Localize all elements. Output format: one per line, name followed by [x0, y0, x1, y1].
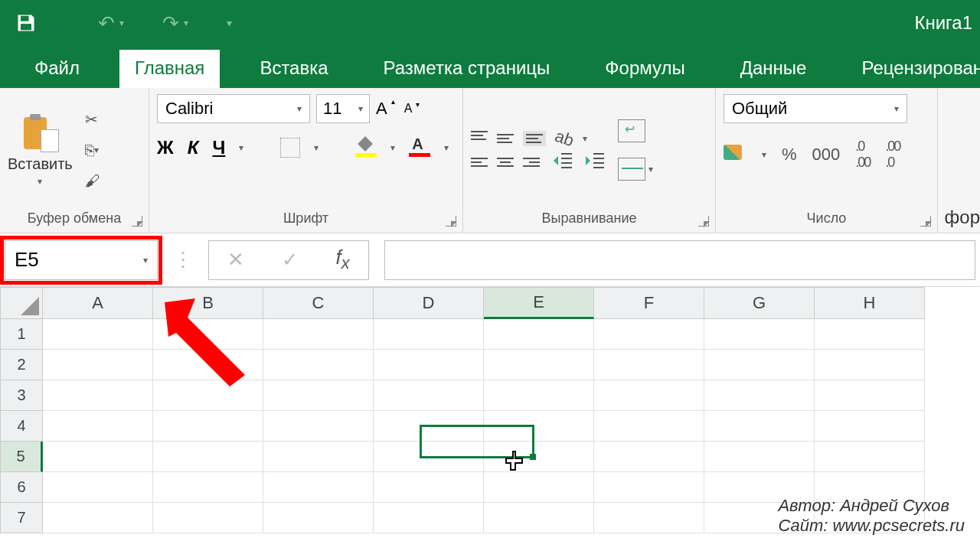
font-dialog-launcher[interactable] — [446, 216, 456, 227]
tab-review[interactable]: Рецензирование — [846, 50, 980, 88]
cell[interactable] — [594, 411, 704, 442]
chevron-down-icon[interactable]: ▾ — [143, 255, 148, 266]
cell[interactable] — [153, 411, 263, 442]
cell[interactable] — [484, 472, 594, 503]
number-format-select[interactable]: Общий▾ — [724, 94, 907, 123]
name-box[interactable]: E5 ▾ — [5, 240, 158, 280]
cell[interactable] — [374, 380, 484, 411]
cancel-icon[interactable]: ✕ — [227, 248, 244, 272]
underline-button[interactable]: Ч — [212, 137, 225, 158]
cell[interactable] — [594, 472, 704, 503]
cell[interactable] — [43, 350, 153, 380]
cell[interactable] — [704, 411, 815, 442]
cell[interactable] — [815, 350, 925, 380]
enter-icon[interactable]: ✓ — [282, 248, 299, 272]
decrease-indent-button[interactable] — [549, 153, 572, 171]
cell[interactable] — [43, 319, 153, 350]
increase-font-button[interactable]: А — [376, 99, 387, 119]
cell[interactable] — [153, 350, 263, 380]
cell[interactable] — [43, 472, 153, 503]
copy-button[interactable]: ⎘▾ — [85, 140, 105, 160]
col-header-C[interactable]: C — [263, 287, 374, 319]
cell[interactable] — [263, 411, 374, 442]
cell[interactable] — [594, 380, 704, 411]
align-center-button[interactable] — [497, 158, 514, 167]
cut-button[interactable]: ✂ — [85, 109, 105, 129]
align-top-button[interactable] — [471, 137, 488, 140]
chevron-down-icon[interactable]: ▾ — [894, 103, 899, 114]
tab-data[interactable]: Данные — [725, 50, 822, 88]
col-header-E[interactable]: E — [484, 287, 594, 319]
orientation-button[interactable]: ab — [552, 126, 577, 152]
cell[interactable] — [815, 411, 925, 442]
save-icon[interactable] — [15, 12, 37, 34]
align-left-button[interactable] — [471, 158, 488, 167]
cell[interactable] — [704, 442, 815, 472]
cell[interactable] — [704, 319, 815, 350]
align-middle-button[interactable] — [497, 134, 514, 143]
borders-button[interactable] — [280, 138, 300, 158]
cell[interactable] — [594, 319, 704, 350]
chevron-down-icon[interactable]: ▾ — [297, 103, 302, 114]
cell[interactable] — [263, 380, 374, 411]
comma-style-button[interactable]: 000 — [812, 145, 841, 165]
cell[interactable] — [815, 380, 925, 411]
col-header-H[interactable]: H — [815, 287, 925, 319]
cell[interactable] — [153, 472, 263, 503]
row-header-4[interactable]: 4 — [0, 411, 43, 442]
cell[interactable] — [374, 442, 484, 472]
font-name-select[interactable]: Calibri▾ — [157, 94, 310, 123]
chevron-down-icon[interactable]: ▾ — [648, 164, 653, 174]
chevron-down-icon[interactable]: ▾ — [444, 142, 449, 153]
cell[interactable] — [484, 319, 594, 350]
merge-cells-button[interactable] — [618, 158, 645, 181]
fill-color-button[interactable] — [355, 139, 377, 157]
cell[interactable] — [153, 319, 263, 350]
cell[interactable] — [153, 503, 263, 533]
cell[interactable] — [815, 442, 925, 472]
cell[interactable] — [43, 380, 153, 411]
alignment-dialog-launcher[interactable] — [698, 216, 709, 227]
row-header-3[interactable]: 3 — [0, 380, 43, 411]
chevron-down-icon[interactable]: ▾ — [390, 142, 395, 153]
cell[interactable] — [263, 472, 374, 503]
paste-button[interactable]: Вставить ▾ — [8, 114, 73, 187]
align-right-button[interactable] — [523, 158, 540, 167]
cell[interactable] — [374, 319, 484, 350]
wrap-text-button[interactable] — [618, 119, 645, 142]
decrease-decimal-button[interactable]: .00.0 — [885, 139, 900, 171]
cell[interactable] — [484, 350, 594, 380]
cell[interactable] — [263, 350, 374, 380]
formula-bar-input[interactable] — [384, 240, 975, 280]
redo-button[interactable]: ↷▾ — [162, 11, 188, 35]
col-header-A[interactable]: A — [43, 287, 153, 319]
tab-formulas[interactable]: Формулы — [590, 50, 700, 88]
cell[interactable] — [594, 350, 704, 380]
col-header-G[interactable]: G — [704, 287, 815, 319]
cell[interactable] — [43, 411, 153, 442]
font-size-select[interactable]: 11▾ — [316, 94, 370, 123]
customize-qat-button[interactable]: ▾ — [227, 17, 232, 29]
cell[interactable] — [153, 380, 263, 411]
chevron-down-icon[interactable]: ▾ — [762, 149, 766, 160]
col-header-D[interactable]: D — [374, 287, 484, 319]
cell[interactable] — [484, 442, 594, 472]
row-header-2[interactable]: 2 — [0, 350, 43, 380]
chevron-down-icon[interactable]: ▾ — [314, 142, 318, 153]
increase-decimal-button[interactable]: .0.00 — [855, 139, 870, 171]
percent-button[interactable]: % — [782, 145, 797, 165]
cell[interactable] — [704, 380, 815, 411]
cell[interactable] — [594, 442, 704, 472]
cell[interactable] — [594, 503, 704, 533]
tab-insert[interactable]: Вставка — [244, 50, 343, 88]
bold-button[interactable]: Ж — [157, 137, 174, 158]
format-painter-button[interactable]: 🖌 — [85, 171, 105, 191]
cell[interactable] — [153, 442, 263, 472]
cell[interactable] — [374, 411, 484, 442]
row-header-6[interactable]: 6 — [0, 472, 43, 503]
select-all-corner[interactable] — [0, 287, 43, 319]
clipboard-dialog-launcher[interactable] — [132, 216, 142, 227]
fx-icon[interactable]: fx — [336, 246, 350, 273]
cell[interactable] — [815, 319, 925, 350]
number-dialog-launcher[interactable] — [920, 216, 931, 227]
